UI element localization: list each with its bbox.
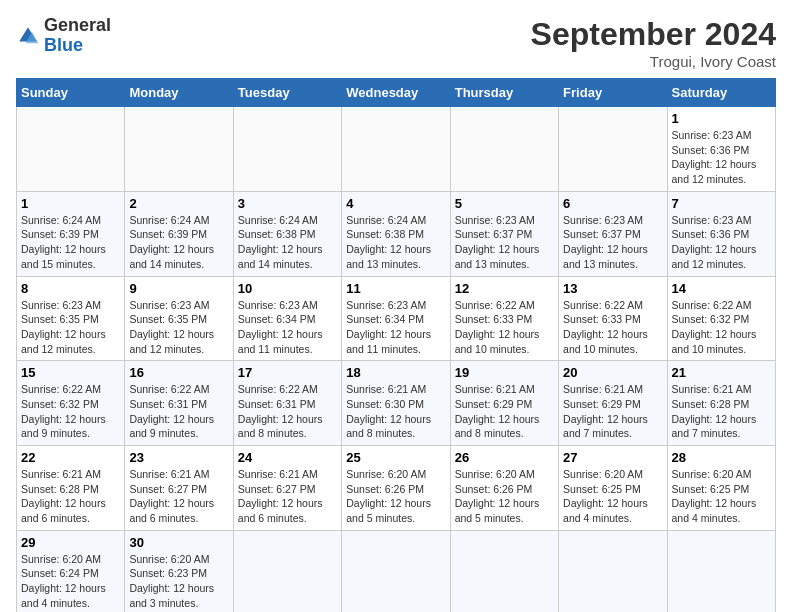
day-info: Sunrise: 6:23 AMSunset: 6:34 PMDaylight:… (346, 299, 431, 355)
calendar-cell: 1 Sunrise: 6:24 AMSunset: 6:39 PMDayligh… (17, 191, 125, 276)
header-thursday: Thursday (450, 79, 558, 107)
calendar-cell: 9 Sunrise: 6:23 AMSunset: 6:35 PMDayligh… (125, 276, 233, 361)
header-saturday: Saturday (667, 79, 775, 107)
day-info: Sunrise: 6:20 AMSunset: 6:26 PMDaylight:… (455, 468, 540, 524)
day-number: 2 (129, 196, 228, 211)
day-info: Sunrise: 6:22 AMSunset: 6:32 PMDaylight:… (21, 383, 106, 439)
day-number: 19 (455, 365, 554, 380)
day-number: 1 (21, 196, 120, 211)
calendar-cell: 5 Sunrise: 6:23 AMSunset: 6:37 PMDayligh… (450, 191, 558, 276)
calendar-cell (17, 107, 125, 192)
day-number: 24 (238, 450, 337, 465)
calendar-cell (559, 530, 667, 612)
day-info: Sunrise: 6:20 AMSunset: 6:26 PMDaylight:… (346, 468, 431, 524)
day-info: Sunrise: 6:23 AMSunset: 6:37 PMDaylight:… (563, 214, 648, 270)
logo: General Blue (16, 16, 111, 56)
week-row-3: 15 Sunrise: 6:22 AMSunset: 6:32 PMDaylig… (17, 361, 776, 446)
day-number: 12 (455, 281, 554, 296)
calendar-cell: 1 Sunrise: 6:23 AMSunset: 6:36 PMDayligh… (667, 107, 775, 192)
calendar-cell: 13 Sunrise: 6:22 AMSunset: 6:33 PMDaylig… (559, 276, 667, 361)
calendar-cell: 15 Sunrise: 6:22 AMSunset: 6:32 PMDaylig… (17, 361, 125, 446)
logo-icon (16, 24, 40, 48)
calendar-cell: 7 Sunrise: 6:23 AMSunset: 6:36 PMDayligh… (667, 191, 775, 276)
calendar-cell: 21 Sunrise: 6:21 AMSunset: 6:28 PMDaylig… (667, 361, 775, 446)
day-info: Sunrise: 6:23 AMSunset: 6:35 PMDaylight:… (21, 299, 106, 355)
week-row-2: 8 Sunrise: 6:23 AMSunset: 6:35 PMDayligh… (17, 276, 776, 361)
week-row-4: 22 Sunrise: 6:21 AMSunset: 6:28 PMDaylig… (17, 446, 776, 531)
calendar-cell (342, 107, 450, 192)
calendar-cell: 12 Sunrise: 6:22 AMSunset: 6:33 PMDaylig… (450, 276, 558, 361)
calendar-cell: 28 Sunrise: 6:20 AMSunset: 6:25 PMDaylig… (667, 446, 775, 531)
day-info: Sunrise: 6:22 AMSunset: 6:33 PMDaylight:… (563, 299, 648, 355)
day-info: Sunrise: 6:24 AMSunset: 6:38 PMDaylight:… (238, 214, 323, 270)
day-number: 11 (346, 281, 445, 296)
day-number: 13 (563, 281, 662, 296)
day-number: 20 (563, 365, 662, 380)
calendar-cell: 6 Sunrise: 6:23 AMSunset: 6:37 PMDayligh… (559, 191, 667, 276)
calendar-cell (559, 107, 667, 192)
week-row-0: 1 Sunrise: 6:23 AMSunset: 6:36 PMDayligh… (17, 107, 776, 192)
calendar-cell (450, 107, 558, 192)
day-info: Sunrise: 6:24 AMSunset: 6:38 PMDaylight:… (346, 214, 431, 270)
day-number: 29 (21, 535, 120, 550)
header-wednesday: Wednesday (342, 79, 450, 107)
week-row-5: 29 Sunrise: 6:20 AMSunset: 6:24 PMDaylig… (17, 530, 776, 612)
calendar-cell (233, 530, 341, 612)
day-number: 14 (672, 281, 771, 296)
day-number: 22 (21, 450, 120, 465)
calendar-cell (450, 530, 558, 612)
month-title: September 2024 (531, 16, 776, 53)
day-info: Sunrise: 6:21 AMSunset: 6:29 PMDaylight:… (455, 383, 540, 439)
header-monday: Monday (125, 79, 233, 107)
day-number: 7 (672, 196, 771, 211)
calendar-cell: 10 Sunrise: 6:23 AMSunset: 6:34 PMDaylig… (233, 276, 341, 361)
logo-text-blue: Blue (44, 35, 83, 55)
calendar-cell (667, 530, 775, 612)
calendar-cell: 3 Sunrise: 6:24 AMSunset: 6:38 PMDayligh… (233, 191, 341, 276)
calendar-cell: 17 Sunrise: 6:22 AMSunset: 6:31 PMDaylig… (233, 361, 341, 446)
calendar-cell: 4 Sunrise: 6:24 AMSunset: 6:38 PMDayligh… (342, 191, 450, 276)
calendar-cell (342, 530, 450, 612)
day-number: 28 (672, 450, 771, 465)
calendar-cell: 26 Sunrise: 6:20 AMSunset: 6:26 PMDaylig… (450, 446, 558, 531)
calendar-cell: 19 Sunrise: 6:21 AMSunset: 6:29 PMDaylig… (450, 361, 558, 446)
day-number: 1 (672, 111, 771, 126)
calendar-cell: 27 Sunrise: 6:20 AMSunset: 6:25 PMDaylig… (559, 446, 667, 531)
calendar-cell: 25 Sunrise: 6:20 AMSunset: 6:26 PMDaylig… (342, 446, 450, 531)
calendar-cell (125, 107, 233, 192)
day-number: 27 (563, 450, 662, 465)
day-number: 10 (238, 281, 337, 296)
day-info: Sunrise: 6:23 AMSunset: 6:37 PMDaylight:… (455, 214, 540, 270)
logo-text-general: General (44, 15, 111, 35)
calendar-cell: 18 Sunrise: 6:21 AMSunset: 6:30 PMDaylig… (342, 361, 450, 446)
day-info: Sunrise: 6:24 AMSunset: 6:39 PMDaylight:… (129, 214, 214, 270)
day-info: Sunrise: 6:24 AMSunset: 6:39 PMDaylight:… (21, 214, 106, 270)
day-number: 21 (672, 365, 771, 380)
day-number: 23 (129, 450, 228, 465)
title-block: September 2024 Trogui, Ivory Coast (531, 16, 776, 70)
day-info: Sunrise: 6:21 AMSunset: 6:30 PMDaylight:… (346, 383, 431, 439)
day-number: 15 (21, 365, 120, 380)
day-info: Sunrise: 6:21 AMSunset: 6:28 PMDaylight:… (21, 468, 106, 524)
calendar-cell: 23 Sunrise: 6:21 AMSunset: 6:27 PMDaylig… (125, 446, 233, 531)
calendar-cell: 11 Sunrise: 6:23 AMSunset: 6:34 PMDaylig… (342, 276, 450, 361)
day-info: Sunrise: 6:21 AMSunset: 6:29 PMDaylight:… (563, 383, 648, 439)
calendar-cell: 14 Sunrise: 6:22 AMSunset: 6:32 PMDaylig… (667, 276, 775, 361)
calendar-cell: 8 Sunrise: 6:23 AMSunset: 6:35 PMDayligh… (17, 276, 125, 361)
day-number: 9 (129, 281, 228, 296)
calendar-cell: 29 Sunrise: 6:20 AMSunset: 6:24 PMDaylig… (17, 530, 125, 612)
day-number: 18 (346, 365, 445, 380)
day-info: Sunrise: 6:23 AMSunset: 6:34 PMDaylight:… (238, 299, 323, 355)
day-info: Sunrise: 6:23 AMSunset: 6:35 PMDaylight:… (129, 299, 214, 355)
calendar-cell: 2 Sunrise: 6:24 AMSunset: 6:39 PMDayligh… (125, 191, 233, 276)
day-info: Sunrise: 6:22 AMSunset: 6:31 PMDaylight:… (238, 383, 323, 439)
header-friday: Friday (559, 79, 667, 107)
week-row-1: 1 Sunrise: 6:24 AMSunset: 6:39 PMDayligh… (17, 191, 776, 276)
day-info: Sunrise: 6:22 AMSunset: 6:32 PMDaylight:… (672, 299, 757, 355)
day-info: Sunrise: 6:20 AMSunset: 6:23 PMDaylight:… (129, 553, 214, 609)
header: General Blue September 2024 Trogui, Ivor… (16, 16, 776, 70)
header-sunday: Sunday (17, 79, 125, 107)
day-info: Sunrise: 6:22 AMSunset: 6:33 PMDaylight:… (455, 299, 540, 355)
day-number: 5 (455, 196, 554, 211)
day-info: Sunrise: 6:21 AMSunset: 6:27 PMDaylight:… (238, 468, 323, 524)
